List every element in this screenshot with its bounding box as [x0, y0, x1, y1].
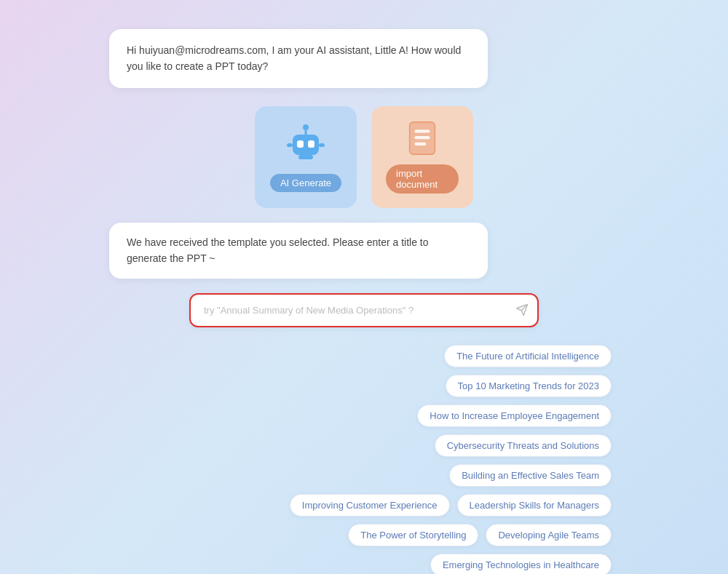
svg-rect-4: [308, 140, 314, 148]
import-document-card[interactable]: import document: [371, 106, 473, 208]
tag-marketing-trends[interactable]: Top 10 Marketing Trends for 2023: [446, 375, 612, 397]
robot-icon: [284, 121, 328, 165]
tag-sales-team[interactable]: Building an Effective Sales Team: [449, 464, 612, 487]
svg-rect-7: [298, 155, 313, 159]
ai-generate-label: AI Generate: [270, 174, 341, 192]
action-cards-row: AI Generate import document: [255, 106, 473, 208]
tag-leadership[interactable]: Leadership Skills for Managers: [457, 494, 612, 517]
tag-agile-teams[interactable]: Developing Agile Teams: [486, 524, 612, 546]
tags-row-1: The Future of Artificial Intelligence: [444, 345, 612, 367]
svg-rect-10: [415, 136, 430, 139]
svg-rect-6: [319, 143, 325, 147]
ai-generate-card[interactable]: AI Generate: [255, 106, 357, 208]
svg-rect-11: [415, 142, 427, 145]
tags-row-8: Emerging Technologies in Healthcare: [430, 554, 612, 574]
send-button[interactable]: [515, 303, 529, 316]
chat-container: Hi huiyuan@microdreams.com, I am your AI…: [87, 29, 641, 574]
tag-storytelling[interactable]: The Power of Storytelling: [348, 524, 478, 546]
title-input-area: [189, 293, 539, 327]
tag-customer-experience[interactable]: Improving Customer Experience: [290, 494, 450, 517]
title-input[interactable]: [189, 293, 539, 327]
tag-future-ai[interactable]: The Future of Artificial Intelligence: [444, 345, 612, 367]
svg-rect-5: [287, 143, 293, 147]
svg-rect-3: [297, 140, 304, 148]
svg-rect-9: [415, 129, 430, 132]
tag-emerging-technologies[interactable]: Emerging Technologies in Healthcare: [430, 554, 612, 574]
template-message-text: We have received the template you select…: [127, 236, 429, 264]
tag-employee-engagement[interactable]: How to Increase Employee Engagement: [417, 404, 612, 427]
tags-row-2: Top 10 Marketing Trends for 2023: [446, 375, 612, 397]
import-document-label: import document: [386, 164, 459, 194]
svg-rect-2: [293, 135, 319, 155]
tags-row-4: Cybersecurity Threats and Solutions: [435, 434, 612, 457]
tags-row-3: How to Increase Employee Engagement: [417, 404, 612, 427]
template-message-bubble: We have received the template you select…: [109, 223, 488, 279]
document-icon: [404, 121, 440, 156]
send-icon: [515, 303, 529, 316]
suggestion-tags-container: The Future of Artificial Intelligence To…: [116, 345, 612, 574]
tags-row-7: The Power of Storytelling Developing Agi…: [348, 524, 612, 546]
svg-point-0: [303, 124, 309, 130]
tags-row-5: Building an Effective Sales Team: [449, 464, 612, 487]
greeting-text: Hi huiyuan@microdreams.com, I am your AI…: [127, 44, 461, 72]
greeting-bubble: Hi huiyuan@microdreams.com, I am your AI…: [109, 29, 488, 88]
tag-cybersecurity[interactable]: Cybersecurity Threats and Solutions: [435, 434, 612, 457]
tags-row-6: Improving Customer Experience Leadership…: [290, 494, 612, 517]
